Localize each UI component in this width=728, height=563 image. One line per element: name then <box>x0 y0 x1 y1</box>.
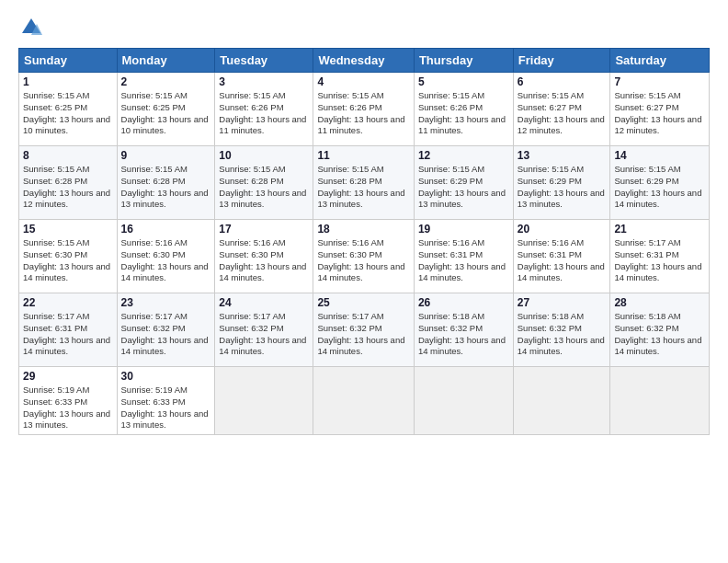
calendar-week-row: 29 Sunrise: 5:19 AM Sunset: 6:33 PM Dayl… <box>19 367 710 435</box>
day-info: Sunrise: 5:15 AM Sunset: 6:28 PM Dayligh… <box>121 164 211 211</box>
day-number: 19 <box>418 223 509 236</box>
calendar-day-cell: 12 Sunrise: 5:15 AM Sunset: 6:29 PM Dayl… <box>414 146 513 220</box>
calendar-day-cell: 24 Sunrise: 5:17 AM Sunset: 6:32 PM Dayl… <box>215 293 313 367</box>
day-number: 17 <box>219 223 309 236</box>
calendar-week-row: 15 Sunrise: 5:15 AM Sunset: 6:30 PM Dayl… <box>19 220 710 293</box>
calendar-day-cell: 4 Sunrise: 5:15 AM Sunset: 6:26 PM Dayli… <box>313 73 414 146</box>
day-number: 23 <box>121 296 211 309</box>
calendar-day-cell: 17 Sunrise: 5:16 AM Sunset: 6:30 PM Dayl… <box>215 220 313 293</box>
calendar-day-cell: 19 Sunrise: 5:16 AM Sunset: 6:31 PM Dayl… <box>414 220 513 293</box>
calendar-header-row: SundayMondayTuesdayWednesdayThursdayFrid… <box>19 49 710 73</box>
calendar-day-cell: 21 Sunrise: 5:17 AM Sunset: 6:31 PM Dayl… <box>610 220 710 293</box>
day-number: 26 <box>418 296 509 309</box>
calendar-day-cell <box>414 367 513 435</box>
day-info: Sunrise: 5:16 AM Sunset: 6:31 PM Dayligh… <box>518 237 607 284</box>
calendar-day-cell: 10 Sunrise: 5:15 AM Sunset: 6:28 PM Dayl… <box>215 146 313 220</box>
day-info: Sunrise: 5:17 AM Sunset: 6:32 PM Dayligh… <box>219 311 309 358</box>
day-number: 28 <box>614 296 705 309</box>
day-info: Sunrise: 5:17 AM Sunset: 6:32 PM Dayligh… <box>317 311 409 358</box>
day-info: Sunrise: 5:19 AM Sunset: 6:33 PM Dayligh… <box>121 385 211 431</box>
weekday-header: Thursday <box>414 49 513 73</box>
day-info: Sunrise: 5:16 AM Sunset: 6:30 PM Dayligh… <box>317 237 409 284</box>
day-info: Sunrise: 5:17 AM Sunset: 6:32 PM Dayligh… <box>121 311 211 358</box>
day-number: 5 <box>418 75 509 88</box>
day-number: 2 <box>121 75 211 88</box>
calendar-day-cell: 2 Sunrise: 5:15 AM Sunset: 6:25 PM Dayli… <box>117 73 215 146</box>
calendar-week-row: 22 Sunrise: 5:17 AM Sunset: 6:31 PM Dayl… <box>19 293 710 367</box>
day-info: Sunrise: 5:15 AM Sunset: 6:26 PM Dayligh… <box>418 90 509 137</box>
calendar-day-cell: 3 Sunrise: 5:15 AM Sunset: 6:26 PM Dayli… <box>215 73 313 146</box>
calendar-day-cell: 15 Sunrise: 5:15 AM Sunset: 6:30 PM Dayl… <box>19 220 118 293</box>
day-info: Sunrise: 5:15 AM Sunset: 6:25 PM Dayligh… <box>23 90 113 137</box>
calendar-day-cell: 23 Sunrise: 5:17 AM Sunset: 6:32 PM Dayl… <box>117 293 215 367</box>
logo <box>18 15 48 40</box>
day-info: Sunrise: 5:15 AM Sunset: 6:26 PM Dayligh… <box>317 90 409 137</box>
day-number: 11 <box>317 149 409 162</box>
day-number: 29 <box>23 370 113 383</box>
day-number: 14 <box>614 149 705 162</box>
day-info: Sunrise: 5:15 AM Sunset: 6:28 PM Dayligh… <box>317 164 409 211</box>
day-number: 18 <box>317 223 409 236</box>
day-number: 20 <box>518 223 607 236</box>
calendar-week-row: 1 Sunrise: 5:15 AM Sunset: 6:25 PM Dayli… <box>19 73 710 146</box>
day-info: Sunrise: 5:18 AM Sunset: 6:32 PM Dayligh… <box>614 311 705 358</box>
weekday-header: Friday <box>513 49 610 73</box>
calendar-day-cell: 1 Sunrise: 5:15 AM Sunset: 6:25 PM Dayli… <box>19 73 118 146</box>
day-number: 12 <box>418 149 509 162</box>
calendar-day-cell: 16 Sunrise: 5:16 AM Sunset: 6:30 PM Dayl… <box>117 220 215 293</box>
day-info: Sunrise: 5:15 AM Sunset: 6:29 PM Dayligh… <box>418 164 509 211</box>
weekday-header: Sunday <box>19 49 118 73</box>
logo-icon <box>18 15 44 40</box>
header <box>18 15 710 40</box>
day-info: Sunrise: 5:16 AM Sunset: 6:31 PM Dayligh… <box>418 237 509 284</box>
day-number: 13 <box>518 149 607 162</box>
day-number: 15 <box>23 223 113 236</box>
day-number: 25 <box>317 296 409 309</box>
weekday-header: Monday <box>117 49 215 73</box>
day-number: 22 <box>23 296 113 309</box>
calendar-day-cell: 14 Sunrise: 5:15 AM Sunset: 6:29 PM Dayl… <box>610 146 710 220</box>
calendar-day-cell: 28 Sunrise: 5:18 AM Sunset: 6:32 PM Dayl… <box>610 293 710 367</box>
calendar-day-cell: 27 Sunrise: 5:18 AM Sunset: 6:32 PM Dayl… <box>513 293 610 367</box>
day-number: 9 <box>121 149 211 162</box>
page: SundayMondayTuesdayWednesdayThursdayFrid… <box>0 0 728 563</box>
calendar-day-cell: 13 Sunrise: 5:15 AM Sunset: 6:29 PM Dayl… <box>513 146 610 220</box>
day-info: Sunrise: 5:16 AM Sunset: 6:30 PM Dayligh… <box>121 237 211 284</box>
day-number: 8 <box>23 149 113 162</box>
day-number: 3 <box>219 75 309 88</box>
day-info: Sunrise: 5:17 AM Sunset: 6:31 PM Dayligh… <box>614 237 705 284</box>
day-number: 30 <box>121 370 211 383</box>
calendar-day-cell: 26 Sunrise: 5:18 AM Sunset: 6:32 PM Dayl… <box>414 293 513 367</box>
calendar-day-cell <box>513 367 610 435</box>
day-info: Sunrise: 5:15 AM Sunset: 6:27 PM Dayligh… <box>518 90 607 137</box>
calendar-day-cell: 8 Sunrise: 5:15 AM Sunset: 6:28 PM Dayli… <box>19 146 118 220</box>
calendar-day-cell: 30 Sunrise: 5:19 AM Sunset: 6:33 PM Dayl… <box>117 367 215 435</box>
calendar-table: SundayMondayTuesdayWednesdayThursdayFrid… <box>18 48 710 435</box>
day-info: Sunrise: 5:17 AM Sunset: 6:31 PM Dayligh… <box>23 311 113 358</box>
day-info: Sunrise: 5:15 AM Sunset: 6:30 PM Dayligh… <box>23 237 113 284</box>
day-number: 1 <box>23 75 113 88</box>
day-info: Sunrise: 5:15 AM Sunset: 6:27 PM Dayligh… <box>614 90 705 137</box>
calendar-day-cell: 9 Sunrise: 5:15 AM Sunset: 6:28 PM Dayli… <box>117 146 215 220</box>
day-info: Sunrise: 5:15 AM Sunset: 6:28 PM Dayligh… <box>23 164 113 211</box>
calendar-day-cell: 6 Sunrise: 5:15 AM Sunset: 6:27 PM Dayli… <box>513 73 610 146</box>
day-info: Sunrise: 5:15 AM Sunset: 6:25 PM Dayligh… <box>121 90 211 137</box>
day-info: Sunrise: 5:15 AM Sunset: 6:28 PM Dayligh… <box>219 164 309 211</box>
calendar-day-cell: 20 Sunrise: 5:16 AM Sunset: 6:31 PM Dayl… <box>513 220 610 293</box>
calendar-week-row: 8 Sunrise: 5:15 AM Sunset: 6:28 PM Dayli… <box>19 146 710 220</box>
calendar-day-cell <box>313 367 414 435</box>
day-info: Sunrise: 5:15 AM Sunset: 6:26 PM Dayligh… <box>219 90 309 137</box>
calendar-day-cell: 29 Sunrise: 5:19 AM Sunset: 6:33 PM Dayl… <box>19 367 118 435</box>
calendar-day-cell: 22 Sunrise: 5:17 AM Sunset: 6:31 PM Dayl… <box>19 293 118 367</box>
day-number: 4 <box>317 75 409 88</box>
weekday-header: Wednesday <box>313 49 414 73</box>
weekday-header: Saturday <box>610 49 710 73</box>
day-info: Sunrise: 5:15 AM Sunset: 6:29 PM Dayligh… <box>614 164 705 211</box>
day-info: Sunrise: 5:18 AM Sunset: 6:32 PM Dayligh… <box>518 311 607 358</box>
calendar-day-cell: 7 Sunrise: 5:15 AM Sunset: 6:27 PM Dayli… <box>610 73 710 146</box>
day-number: 21 <box>614 223 705 236</box>
day-number: 27 <box>518 296 607 309</box>
day-number: 6 <box>518 75 607 88</box>
day-number: 10 <box>219 149 309 162</box>
calendar-day-cell: 11 Sunrise: 5:15 AM Sunset: 6:28 PM Dayl… <box>313 146 414 220</box>
